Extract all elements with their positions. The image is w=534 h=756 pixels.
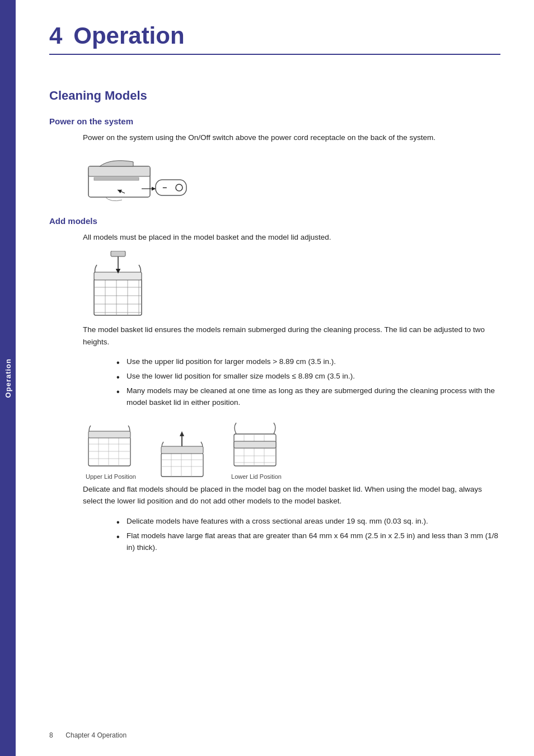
chapter-header: 4 Operation (49, 22, 500, 55)
svg-point-6 (176, 184, 182, 191)
svg-rect-4 (156, 180, 186, 195)
bullet-many: Many models may be cleaned at one time a… (116, 385, 500, 409)
lower-lid-caption: Lower Lid Position (231, 473, 282, 480)
lower-lid-svg (228, 420, 284, 470)
footer-page-number: 8 (49, 731, 53, 739)
svg-rect-16 (94, 272, 142, 280)
svg-rect-37 (234, 434, 276, 466)
lid-position-list: Use the upper lid position for larger mo… (83, 356, 500, 408)
svg-text:−: − (162, 183, 167, 192)
svg-rect-18 (111, 251, 125, 256)
basket-images-row: Upper Lid Position (49, 420, 500, 480)
power-switch-diagram: − (83, 155, 500, 203)
cleaning-models-heading: Cleaning Models (49, 88, 500, 103)
add-models-body: The model basket lid ensures the models … (83, 324, 500, 348)
chapter-title: Operation (73, 22, 184, 49)
svg-rect-36 (161, 446, 203, 454)
chapter-number: 4 (49, 22, 62, 49)
lid-arrow-image-item (156, 430, 212, 480)
power-switch-svg: − (83, 155, 195, 203)
cleaning-models-section: Cleaning Models Power on the system Powe… (49, 88, 500, 554)
upper-lid-caption: Upper Lid Position (86, 473, 136, 480)
lower-lid-image-item: Lower Lid Position (228, 420, 284, 480)
add-models-heading: Add models (49, 216, 500, 226)
footer-chapter-label: Chapter 4 Operation (65, 731, 127, 739)
footer-separator (58, 731, 62, 739)
bullet-delicate: Delicate models have features with a cro… (116, 515, 500, 528)
power-on-heading: Power on the system (49, 116, 500, 126)
bullet-upper: Use the upper lid position for larger mo… (116, 356, 500, 368)
bullet-flat: Flat models have large flat areas that a… (116, 530, 500, 554)
svg-rect-26 (88, 431, 130, 438)
power-on-subsection: Power on the system Power on the system … (49, 116, 500, 203)
svg-rect-27 (161, 453, 203, 477)
side-tab: Operation (0, 0, 16, 756)
delicate-intro: Delicate and flat models should be place… (83, 483, 500, 507)
add-models-subsection: Add models All models must be placed in … (49, 216, 500, 554)
main-content: 4 Operation Cleaning Models Power on the… (16, 0, 534, 756)
side-tab-label: Operation (4, 358, 12, 398)
basket-svg (83, 251, 156, 324)
svg-rect-1 (88, 166, 150, 176)
lid-arrow-svg (156, 430, 212, 480)
power-on-body: Power on the system using the On/Off swi… (83, 132, 500, 144)
delicate-list: Delicate models have features with a cro… (83, 515, 500, 554)
upper-lid-svg (83, 420, 139, 470)
basket-diagram (83, 251, 500, 324)
svg-marker-34 (180, 431, 184, 436)
svg-rect-45 (234, 441, 276, 448)
svg-rect-7 (94, 279, 142, 315)
upper-lid-image-item: Upper Lid Position (83, 420, 139, 480)
page-footer: 8 Chapter 4 Operation (16, 731, 534, 739)
add-models-intro: All models must be placed in the model b… (83, 231, 500, 244)
bullet-lower: Use the lower lid position for smaller s… (116, 370, 500, 382)
svg-rect-2 (94, 178, 139, 180)
